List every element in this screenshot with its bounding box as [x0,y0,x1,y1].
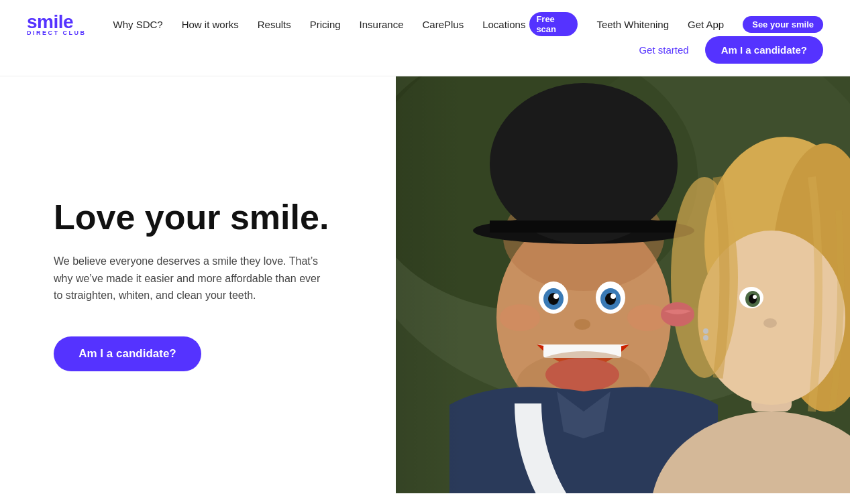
svg-rect-39 [396,76,463,493]
nav-careplus[interactable]: CarePlus [422,19,464,30]
svg-rect-10 [490,220,678,233]
logo-sub: DIRECT CLUB [27,30,87,36]
svg-point-38 [703,335,708,340]
svg-point-37 [703,328,708,334]
svg-point-9 [490,83,678,244]
svg-point-34 [753,295,757,299]
svg-point-14 [553,294,559,299]
get-started-link[interactable]: Get started [639,44,688,56]
hero-heading: Love your smile. [54,198,342,237]
see-your-smile-badge[interactable]: See your smile [743,16,823,33]
svg-point-22 [500,304,540,331]
logo[interactable]: smile DIRECT CLUB [27,13,87,36]
am-i-candidate-header-button[interactable]: Am I a candidate? [705,36,823,64]
nav-teeth-whitening[interactable]: Teeth Whitening [596,19,669,30]
svg-point-18 [610,294,616,299]
free-scan-badge[interactable]: Free scan [529,12,578,36]
nav-locations[interactable]: Locations [482,19,525,30]
hero-subtext: We believe everyone deserves a smile the… [54,253,322,304]
svg-point-19 [574,319,590,330]
logo-smile: smile [27,13,73,32]
nav-pricing[interactable]: Pricing [310,19,341,30]
nav-results[interactable]: Results [258,19,291,30]
nav-why-sdc[interactable]: Why SDC? [113,19,163,30]
nav-insurance[interactable]: Insurance [360,19,404,30]
hero-image [396,76,850,493]
svg-point-35 [763,318,777,328]
hero-photo-svg [396,76,850,493]
main-nav: Why SDC? How it works Results Pricing In… [113,12,824,36]
nav-get-app[interactable]: Get App [688,19,724,30]
hero-section: Love your smile. We believe everyone des… [0,76,850,493]
hero-left: Love your smile. We believe everyone des… [0,76,396,493]
nav-how-it-works[interactable]: How it works [182,19,239,30]
am-i-candidate-hero-button[interactable]: Am I a candidate? [54,336,201,371]
